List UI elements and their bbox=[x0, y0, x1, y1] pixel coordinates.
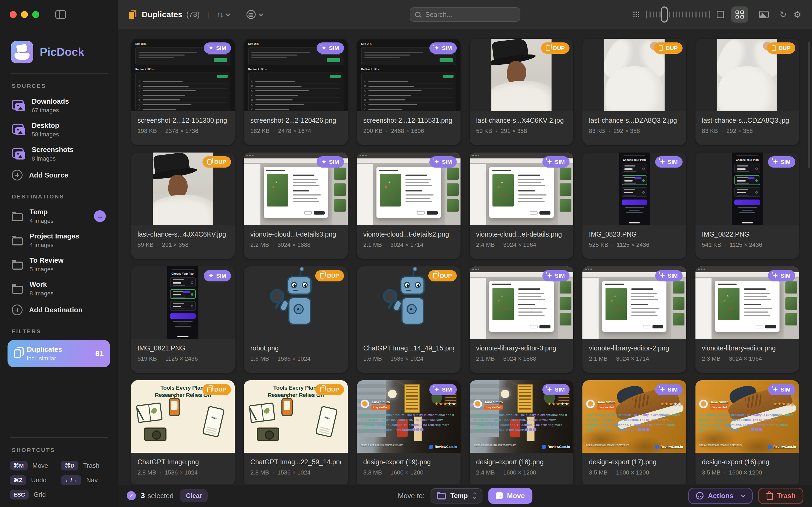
key-cap: ←/→ bbox=[61, 475, 81, 485]
image-card[interactable]: Site URL Redirect URLs SIM screenshot-2.… bbox=[244, 39, 347, 145]
sidebar-item-to-review[interactable]: To Review5 images bbox=[7, 252, 110, 277]
sidebar-item-desktop[interactable]: Desktop58 images bbox=[7, 118, 110, 142]
add-source-label: Add Source bbox=[29, 171, 68, 179]
move-target-value: Temp bbox=[450, 492, 468, 500]
sidebar-item-temp[interactable]: Temp4 images → bbox=[7, 204, 110, 228]
image-card[interactable]: Site URL Redirect URLs SIM screenshot-2.… bbox=[131, 39, 235, 145]
file-size: 2.8 MB bbox=[250, 469, 269, 476]
badge-label: DUP bbox=[553, 45, 565, 51]
sort-button[interactable]: ↑↓ bbox=[217, 10, 230, 19]
shortcut-label: Trash bbox=[83, 462, 99, 469]
image-card[interactable]: Site URL Redirect URLs SIM screenshot-2.… bbox=[357, 39, 461, 145]
image-card[interactable]: Jane Smith Etsy Verified ★★★★★ I absolut… bbox=[695, 380, 799, 484]
file-name: vionote-library-editor-3.png bbox=[476, 344, 567, 352]
trash-button[interactable]: Trash bbox=[758, 488, 803, 504]
badge-icon bbox=[660, 387, 665, 393]
image-card[interactable]: SIM vionote-cloud...t-details2.png 2.1 M… bbox=[357, 153, 461, 259]
image-card[interactable]: Choose Your Plan SIM IMG_0822.PNG 541 KB… bbox=[695, 153, 799, 259]
image-grid: Site URL Redirect URLs SIM screenshot-2.… bbox=[131, 39, 799, 484]
file-name: vionote-library-editor-2.png bbox=[589, 344, 680, 352]
match-badge: DUP bbox=[541, 43, 570, 54]
page-count: (73) bbox=[186, 10, 200, 19]
image-card[interactable]: SIM vionote-library-editor-3.png 2.1 MB·… bbox=[470, 266, 573, 373]
sidebar-item-work[interactable]: Work8 images bbox=[7, 277, 110, 301]
image-card[interactable]: Choose Your Plan SIM IMG_0823.PNG 525 KB… bbox=[582, 153, 686, 259]
file-dimensions: 3024 × 1714 bbox=[616, 355, 649, 362]
image-card[interactable]: SIM vionote-cloud...t-details3.png 2.2 M… bbox=[244, 153, 347, 259]
image-card[interactable]: SIM vionote-library-editor-2.png 2.1 MB·… bbox=[582, 266, 686, 373]
file-size: 59 KB bbox=[137, 241, 154, 248]
image-card[interactable]: DUP last-chance-s...DZA8Q3 2.jpg 83 KB·2… bbox=[582, 39, 686, 145]
image-card[interactable]: Jane Smith Etsy Verified ★★★★★ I absolut… bbox=[357, 380, 461, 484]
filter-duplicates-card[interactable]: Duplicatesincl. similar 81 bbox=[7, 340, 110, 368]
shortcut-label: Grid bbox=[34, 491, 46, 498]
image-card[interactable]: SIM vionote-library-editor.png 2.3 MB·30… bbox=[695, 266, 799, 373]
filter-button[interactable] bbox=[246, 10, 263, 19]
file-meta: 2.3 MB·3024 × 1964 bbox=[702, 355, 793, 362]
avatar bbox=[699, 400, 708, 408]
match-badge: SIM bbox=[542, 270, 570, 281]
move-target-dropdown[interactable]: Temp bbox=[430, 488, 482, 504]
clear-selection-button[interactable]: Clear bbox=[180, 489, 208, 502]
image-card[interactable]: Tools Every PlantResearcher Relies On Pl… bbox=[131, 380, 235, 484]
minimize-window-button[interactable] bbox=[21, 11, 28, 18]
file-size: 3.3 MB bbox=[363, 469, 382, 476]
thumbnail-zoom-slider[interactable] bbox=[646, 6, 710, 22]
badge-icon bbox=[320, 387, 325, 392]
filter-title: Duplicates bbox=[27, 345, 62, 354]
bar-actions: Actions Trash bbox=[688, 488, 803, 504]
spacer: | bbox=[237, 10, 239, 19]
image-card[interactable]: DUP last-chance-s...CDZA8Q3.jpg 83 KB·29… bbox=[695, 39, 799, 145]
zoom-window-button[interactable] bbox=[32, 11, 39, 18]
brand-logo: ReviewCast.io bbox=[429, 445, 457, 449]
image-card[interactable]: DUP last-chance-s...X4C6KV 2.jpg 59 KB·2… bbox=[470, 39, 573, 145]
sidebar-item-downloads[interactable]: Downloads67 images bbox=[7, 94, 110, 118]
separator: · bbox=[611, 355, 613, 362]
file-size: 198 KB bbox=[137, 127, 157, 134]
match-badge: SIM bbox=[655, 156, 683, 168]
shortcuts-section-label: SHORTCUTS bbox=[12, 447, 106, 453]
search-field[interactable] bbox=[410, 7, 520, 22]
file-dimensions: 1125 × 2436 bbox=[617, 241, 649, 248]
filters-section-label: FILTERS bbox=[12, 328, 106, 335]
image-card[interactable]: AI DUP ChatGPT Imag...14_49_15.png 1.6 M… bbox=[357, 266, 461, 373]
sidebar-item-screenshots[interactable]: Screenshots8 images bbox=[7, 142, 110, 166]
folder-icon bbox=[12, 237, 23, 245]
refresh-button[interactable]: ↻ bbox=[779, 10, 787, 19]
slider-thumb[interactable] bbox=[661, 6, 668, 22]
image-view-button[interactable] bbox=[755, 6, 772, 22]
scrollbar[interactable] bbox=[808, 42, 810, 168]
app-name: PicDock bbox=[40, 46, 84, 59]
file-meta: 2.4 MB·3024 × 1964 bbox=[476, 241, 567, 248]
settings-button[interactable]: ⚙ bbox=[794, 10, 801, 19]
search-input[interactable] bbox=[424, 10, 515, 19]
image-card[interactable]: Choose Your Plan SIM IMG_0821.PNG 519 KB… bbox=[131, 266, 235, 373]
file-size: 1.6 MB bbox=[363, 355, 382, 362]
image-card[interactable]: Jane Smith Etsy Verified ★★★★★ I absolut… bbox=[470, 380, 573, 484]
sidebar-item-project-images[interactable]: Project Images4 images bbox=[7, 228, 110, 252]
close-window-button[interactable] bbox=[10, 11, 17, 18]
grid-view-button[interactable] bbox=[731, 6, 748, 22]
add-source-button[interactable]: Add Source bbox=[7, 166, 110, 184]
file-name: last-chance-s...4JX4C6KV.jpg bbox=[137, 230, 228, 238]
file-name: design-export (18).png bbox=[476, 458, 567, 466]
badge-icon bbox=[547, 387, 552, 393]
card-caption: last-chance-s...X4C6KV 2.jpg 59 KB·291 ×… bbox=[470, 111, 573, 134]
file-meta: 3.5 MB·1600 × 1200 bbox=[702, 469, 793, 476]
source-count: 8 images bbox=[32, 155, 73, 162]
match-badge: SIM bbox=[429, 156, 457, 168]
image-card[interactable]: Jane Smith Etsy Verified ★★★★★ I absolut… bbox=[582, 380, 686, 484]
image-card[interactable]: DUP last-chance-s...4JX4C6KV.jpg 59 KB·2… bbox=[131, 153, 235, 259]
sidebar-toggle-icon[interactable] bbox=[55, 10, 66, 19]
actions-button[interactable]: Actions bbox=[688, 488, 752, 504]
file-dimensions: 292 × 358 bbox=[614, 127, 640, 134]
badge-icon bbox=[546, 45, 550, 51]
image-card[interactable]: AI DUP robot.png 1.6 MB·1536 × 1024 bbox=[244, 266, 347, 373]
move-button[interactable]: Move bbox=[488, 488, 532, 504]
image-card[interactable]: SIM vionote-cloud...et-details.png 2.4 M… bbox=[470, 153, 573, 259]
page-title: Duplicates bbox=[142, 10, 183, 19]
image-card[interactable]: Tools Every PlantResearcher Relies On Pl… bbox=[244, 380, 347, 484]
file-name: vionote-library-editor.png bbox=[702, 344, 793, 352]
file-meta: 2.8 MB·1536 × 1024 bbox=[137, 469, 228, 476]
add-destination-button[interactable]: Add Destination bbox=[7, 301, 110, 319]
